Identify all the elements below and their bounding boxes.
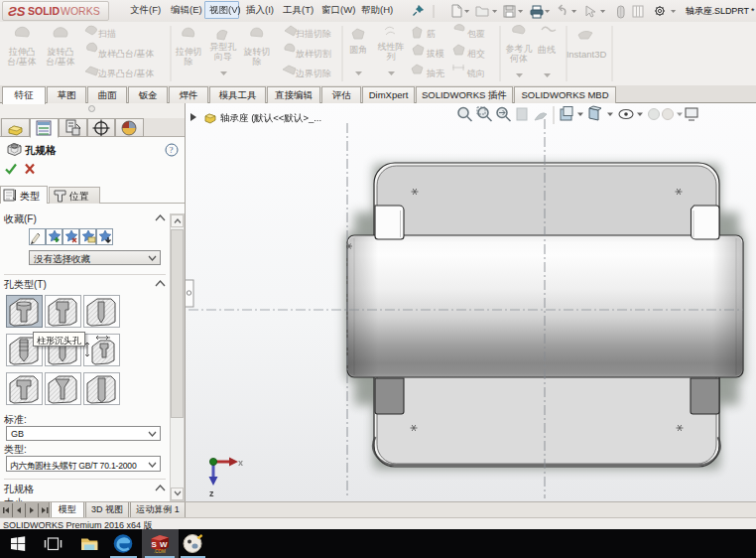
svg-text:参考几: 参考几	[506, 44, 533, 54]
svg-text:放样切割: 放样切割	[296, 49, 331, 59]
svg-text:圆角: 圆角	[349, 45, 367, 55]
svg-text:边界切除: 边界切除	[296, 69, 331, 78]
svg-text:曲线: 曲线	[538, 45, 556, 55]
svg-text:WORKS: WORKS	[61, 5, 100, 17]
svg-text:拉伸切: 拉伸切	[176, 47, 202, 57]
svg-text:拔模: 拔模	[426, 49, 444, 59]
svg-text:?: ?	[170, 145, 174, 155]
svg-text:何体: 何体	[509, 54, 528, 64]
svg-text:台/基体: 台/基体	[46, 57, 75, 67]
svg-text:向导: 向导	[214, 52, 232, 62]
svg-text:边界凸台/基体: 边界凸台/基体	[98, 69, 155, 78]
svg-text:ƧS: ƧS	[8, 4, 26, 19]
svg-text:.COM: .COM	[154, 549, 166, 554]
svg-text:x: x	[238, 458, 243, 468]
svg-text:z: z	[209, 488, 214, 498]
svg-text:除: 除	[185, 57, 193, 67]
svg-text:筋: 筋	[427, 29, 436, 39]
svg-text:旋转切: 旋转切	[244, 47, 271, 57]
svg-text:Instant3D: Instant3D	[567, 49, 607, 60]
svg-text:列: 列	[387, 52, 396, 62]
svg-text:扫描切除: 扫描切除	[296, 29, 331, 39]
svg-text:线性阵: 线性阵	[378, 42, 405, 52]
svg-text:抽壳: 抽壳	[426, 69, 444, 78]
svg-text:拉伸凸: 拉伸凸	[9, 47, 36, 57]
svg-text:旋转凸: 旋转凸	[48, 47, 74, 57]
svg-text:SOLID: SOLID	[28, 5, 61, 17]
svg-text:台/基体: 台/基体	[7, 57, 37, 67]
svg-text:相交: 相交	[467, 49, 485, 59]
svg-text:镜向: 镜向	[466, 69, 485, 78]
svg-text:除: 除	[253, 57, 262, 67]
svg-text:放样凸台/基体: 放样凸台/基体	[98, 49, 155, 59]
svg-text:扫描: 扫描	[98, 29, 116, 39]
svg-text:异型孔: 异型孔	[210, 42, 237, 52]
svg-text:包覆: 包覆	[467, 29, 485, 39]
